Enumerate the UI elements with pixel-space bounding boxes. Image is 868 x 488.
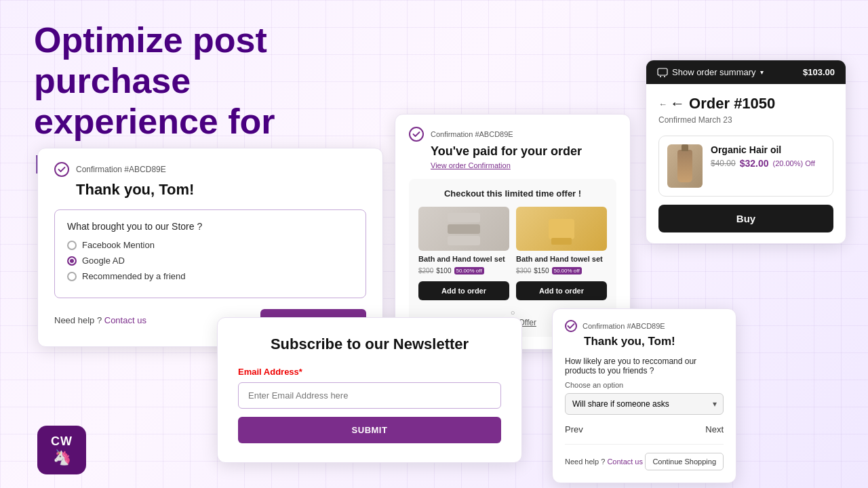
towel-visual	[448, 213, 480, 245]
nps-conf-header: Confirmation #ABCD89E	[565, 320, 724, 332]
upsell-paid-title: You've paid for your order	[431, 144, 616, 159]
order-topbar-left: Show order summary ▾	[657, 67, 764, 77]
order-product-name: Organic Hair oil	[711, 144, 825, 155]
nps-select-wrapper: Will share if someone asks	[565, 393, 724, 415]
upsell-conf-id: Confirmation #ABCD89E	[431, 130, 513, 138]
next-button[interactable]: Next	[705, 424, 724, 434]
buy-button[interactable]: Buy	[658, 205, 833, 232]
radio-dot-google	[67, 256, 77, 266]
product-name-2: Bath and Hand towel set	[516, 255, 607, 263]
order-card: Show order summary ▾ $103.00 ← ← Order #…	[646, 60, 846, 244]
nps-select[interactable]: Will share if someone asks	[565, 393, 724, 415]
nps-option-label: Choose an option	[565, 381, 724, 389]
nps-need-help: Need help ? Contact us	[565, 458, 643, 466]
limited-offer-title: Checkout this limited time offer !	[418, 188, 607, 199]
nps-contact-link[interactable]: Contact us	[607, 458, 643, 466]
add-to-order-button-1[interactable]: Add to order	[418, 281, 509, 300]
price-badge-1: 50.00% off	[454, 267, 484, 274]
oil-bottle-visual	[677, 150, 692, 182]
radio-label-facebook: Facebook Mention	[82, 240, 155, 250]
product-name-1: Bath and Hand towel set	[418, 255, 509, 263]
logo-initials: CW	[51, 434, 73, 449]
radio-label-google: Google AD	[82, 256, 125, 266]
back-arrow-icon: ←	[658, 99, 667, 109]
order-price-row: $40.00 $32.00 (20.00%) Off	[711, 158, 825, 169]
nps-check-icon	[565, 320, 577, 332]
cart-icon	[657, 68, 668, 77]
newsletter-title: Subscribe to our Newsletter	[238, 336, 501, 353]
nps-continue-button[interactable]: Continue Shopping	[645, 453, 724, 470]
order-back[interactable]: ← ← Order #1050	[658, 95, 833, 113]
price-row-1: $200 $100 50.00% off	[418, 267, 509, 274]
email-label: Email Address*	[238, 367, 501, 377]
radio-item-google[interactable]: Google AD	[67, 256, 353, 266]
logo-badge: CW 🦄	[37, 426, 86, 474]
survey-contact-link[interactable]: Contact us	[104, 315, 146, 325]
prev-button[interactable]: Prev	[565, 424, 583, 434]
email-input[interactable]	[238, 382, 501, 409]
nps-conf-id: Confirmation #ABCD89E	[583, 322, 665, 330]
order-topbar: Show order summary ▾ $103.00	[646, 60, 846, 84]
order-topbar-price: $103.00	[803, 67, 835, 77]
upsell-check-icon	[409, 127, 424, 142]
survey-box: What brought you to our Store ? Facebook…	[54, 209, 366, 298]
order-number-label: ← Order #1050	[670, 95, 775, 113]
order-summary-label[interactable]: Show order summary	[672, 67, 756, 77]
view-confirmation-link[interactable]: View order Confirmation	[431, 161, 616, 169]
submit-button[interactable]: SUBMIT	[238, 417, 501, 443]
product-card-2: Bath and Hand towel set $300 $150 50.00%…	[516, 207, 607, 300]
nps-question: How likely are you to reccomand our prod…	[565, 357, 724, 375]
hero-line1: Optimize post purchase	[34, 20, 407, 102]
nps-navigation: Prev Next	[565, 424, 724, 434]
product-card-1: Bath and Hand towel set $200 $100 50.00%…	[418, 207, 509, 300]
price-sale-1: $100	[436, 267, 451, 274]
order-price-original: $40.00	[711, 159, 736, 168]
logo-icon: 🦄	[53, 449, 71, 466]
nps-footer: Need help ? Contact us Continue Shopping	[565, 444, 724, 470]
svg-point-1	[660, 76, 661, 77]
check-circle-icon	[54, 162, 69, 177]
upsell-conf-header: Confirmation #ABCD89E	[409, 127, 616, 142]
order-product-info: Organic Hair oil $40.00 $32.00 (20.00%) …	[711, 144, 825, 169]
newsletter-card: Subscribe to our Newsletter Email Addres…	[217, 317, 522, 463]
chevron-down-icon: ▾	[760, 68, 764, 76]
survey-need-help: Need help ? Contact us	[54, 315, 146, 325]
survey-question: What brought you to our Store ?	[67, 221, 353, 232]
product-image-2	[516, 207, 607, 251]
price-original-2: $300	[516, 267, 531, 274]
products-row: Bath and Hand towel set $200 $100 50.00%…	[418, 207, 607, 300]
price-badge-2: 50.00% off	[552, 267, 582, 274]
svg-rect-0	[658, 68, 667, 75]
soap-visual	[549, 219, 574, 239]
radio-dot-friend	[67, 272, 77, 281]
add-to-order-button-2[interactable]: Add to order	[516, 281, 607, 300]
radio-item-friend[interactable]: Recommended by a friend	[67, 271, 353, 281]
survey-conf-id: Confirmation #ABCD89E	[76, 165, 166, 174]
radio-item-facebook[interactable]: Facebook Mention	[67, 240, 353, 250]
radio-dot-facebook	[67, 241, 77, 250]
nps-card: Confirmation #ABCD89E Thank you, Tom! Ho…	[552, 308, 736, 483]
survey-thank-you: Thank you, Tom!	[76, 181, 366, 199]
price-sale-2: $150	[534, 267, 549, 274]
order-date: Confirmed March 23	[658, 115, 833, 125]
product-image-1	[418, 207, 509, 251]
order-price-discount: (20.00%) Off	[773, 159, 815, 167]
nps-thank-you: Thank you, Tom!	[584, 335, 724, 348]
price-original-1: $200	[418, 267, 433, 274]
survey-conf-header: Confirmation #ABCD89E	[54, 162, 366, 177]
order-product-row: Organic Hair oil $40.00 $32.00 (20.00%) …	[658, 136, 833, 197]
required-asterisk: *	[299, 367, 302, 377]
radio-label-friend: Recommended by a friend	[82, 271, 185, 281]
price-row-2: $300 $150 50.00% off	[516, 267, 607, 274]
order-body: ← ← Order #1050 Confirmed March 23 Organ…	[646, 84, 846, 243]
svg-point-2	[664, 76, 665, 77]
order-product-image	[667, 144, 703, 188]
order-price-sale: $32.00	[740, 158, 769, 169]
